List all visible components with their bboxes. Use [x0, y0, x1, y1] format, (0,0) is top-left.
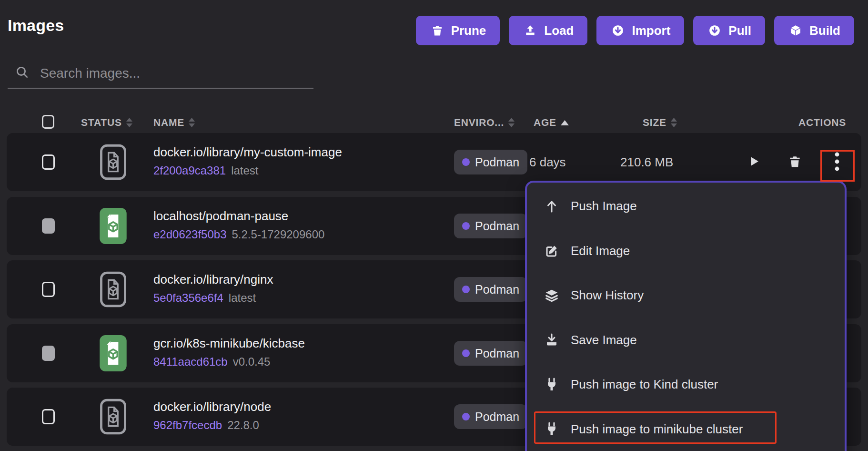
- menu-item-push-image[interactable]: Push Image: [527, 184, 845, 229]
- column-header-environment[interactable]: ENVIRO...: [454, 114, 515, 131]
- image-digest: 5e0fa356e6f4: [153, 291, 223, 305]
- environment-badge: Podman: [454, 150, 527, 174]
- podman-dot-icon: [462, 349, 470, 357]
- menu-item-save-image[interactable]: Save Image: [527, 318, 845, 363]
- import-button[interactable]: Import: [596, 16, 684, 45]
- image-digest: 2f200a9ca381: [153, 164, 226, 177]
- environment-badge: Podman: [454, 341, 527, 366]
- search-input[interactable]: [39, 65, 279, 82]
- arrow-up-icon: [544, 199, 559, 214]
- load-button[interactable]: Load: [509, 16, 587, 45]
- download-icon: [544, 333, 559, 347]
- sort-asc-icon: [561, 120, 569, 125]
- row-checkbox[interactable]: [42, 154, 55, 170]
- podman-dot-icon: [462, 158, 470, 166]
- trash-icon: [430, 25, 445, 37]
- column-header-age[interactable]: AGE: [534, 114, 569, 131]
- column-header-status[interactable]: STATUS: [81, 114, 132, 131]
- page-title: Images: [8, 16, 64, 35]
- pull-button[interactable]: Pull: [693, 16, 765, 45]
- image-digest: 962fb7fcecdb: [153, 419, 222, 432]
- environment-badge: Podman: [454, 404, 527, 429]
- image-tag: latest: [229, 291, 256, 305]
- podman-dot-icon: [462, 222, 470, 230]
- images-page: Images Prune Load Import Pull: [0, 0, 868, 451]
- search-bar: [8, 59, 313, 89]
- pen-square-icon: [544, 244, 559, 258]
- sort-icon: [508, 118, 515, 127]
- sort-icon: [189, 118, 195, 127]
- menu-item-push-to-minikube[interactable]: Push image to minikube cluster: [527, 407, 845, 451]
- image-context-menu: Push Image Edit Image Show History Save …: [525, 181, 847, 451]
- play-icon: [747, 155, 760, 169]
- image-in-use-icon: [97, 335, 129, 371]
- kebab-highlight-box: [820, 150, 855, 182]
- menu-item-push-to-kind[interactable]: Push image to Kind cluster: [527, 362, 845, 407]
- trash-icon: [788, 155, 801, 170]
- upload-icon: [523, 24, 538, 37]
- image-tag: 5.2.5-1729209600: [232, 228, 325, 241]
- image-digest: e2d0623f50b3: [153, 228, 227, 241]
- row-checkbox-disabled: [42, 346, 55, 361]
- menu-item-show-history[interactable]: Show History: [527, 273, 845, 318]
- image-unused-icon: [97, 144, 129, 180]
- pull-label: Pull: [728, 23, 751, 38]
- environment-badge: Podman: [454, 277, 527, 302]
- prune-label: Prune: [451, 23, 486, 38]
- image-unused-icon: [97, 399, 129, 435]
- image-name-link[interactable]: docker.io/library/my-custom-image: [153, 145, 342, 160]
- image-digest: 8411aacd61cb: [153, 355, 228, 369]
- plug-icon: [544, 422, 559, 436]
- image-tag: latest: [231, 164, 258, 177]
- load-label: Load: [544, 23, 574, 38]
- prune-button[interactable]: Prune: [416, 16, 500, 45]
- plug-icon: [544, 378, 559, 392]
- circle-arrow-down-icon: [610, 24, 626, 37]
- build-label: Build: [809, 23, 840, 38]
- toolbar: Prune Load Import Pull Build: [416, 16, 854, 45]
- column-header-actions: ACTIONS: [798, 114, 846, 131]
- image-in-use-icon: [97, 208, 129, 244]
- select-all-checkbox[interactable]: [42, 115, 54, 129]
- cube-icon: [788, 24, 803, 37]
- image-tag: v0.0.45: [233, 355, 271, 369]
- environment-badge: Podman: [454, 214, 527, 238]
- build-button[interactable]: Build: [774, 16, 854, 45]
- layers-icon: [544, 288, 559, 303]
- sort-icon: [126, 118, 132, 127]
- image-unused-icon: [97, 271, 129, 308]
- menu-item-edit-image[interactable]: Edit Image: [527, 229, 845, 274]
- column-header-size[interactable]: SIZE: [643, 114, 677, 131]
- column-header-name[interactable]: NAME: [153, 114, 195, 131]
- circle-arrow-down-icon: [707, 24, 722, 37]
- image-name-link[interactable]: localhost/podman-pause: [153, 209, 324, 224]
- row-checkbox[interactable]: [42, 409, 55, 424]
- row-checkbox-disabled: [42, 218, 55, 234]
- podman-dot-icon: [462, 286, 470, 293]
- sort-icon: [671, 118, 677, 127]
- search-icon: [15, 65, 30, 82]
- image-name-link[interactable]: gcr.io/k8s-minikube/kicbase: [153, 336, 305, 351]
- image-tag: 22.8.0: [227, 419, 259, 432]
- image-name-link[interactable]: docker.io/library/nginx: [153, 272, 273, 287]
- podman-dot-icon: [462, 413, 470, 420]
- import-label: Import: [632, 23, 670, 38]
- image-name-link[interactable]: docker.io/library/node: [153, 400, 271, 414]
- row-checkbox[interactable]: [42, 282, 55, 297]
